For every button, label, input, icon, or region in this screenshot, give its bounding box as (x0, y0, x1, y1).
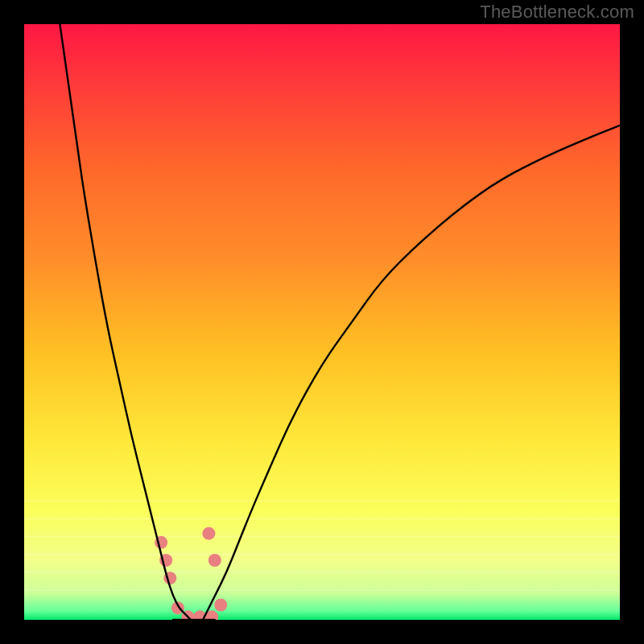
chart-frame: TheBottleneck.com (0, 0, 644, 644)
gradient-background (24, 24, 620, 620)
plot-area (24, 24, 620, 620)
watermark-text: TheBottleneck.com (480, 2, 634, 23)
marker-dot (214, 599, 227, 612)
marker-dot (208, 554, 221, 567)
chart-svg (24, 24, 620, 620)
marker-dot (202, 527, 215, 540)
